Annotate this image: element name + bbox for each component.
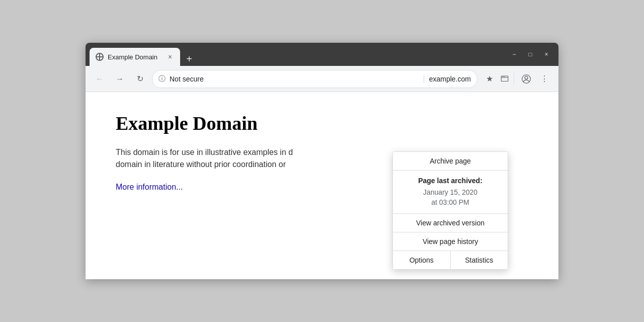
statistics-button[interactable]: Statistics xyxy=(451,251,508,269)
page-content: Example Domain This domain is for use in… xyxy=(86,92,558,279)
tab-favicon xyxy=(96,53,104,61)
page-body-text2: domain in literature without prior coord… xyxy=(116,158,397,171)
archive-date: January 15, 2020 at 03:00 PM xyxy=(401,188,500,207)
not-secure-label: Not secure xyxy=(170,75,419,83)
archive-popup: Archive page Page last archived: January… xyxy=(392,151,508,270)
nav-right-controls: ★ ⋮ xyxy=(481,71,552,87)
tab-title: Example Domain xyxy=(108,53,162,61)
more-info-link[interactable]: More information... xyxy=(116,183,183,192)
popup-info-section: Page last archived: January 15, 2020 at … xyxy=(393,171,508,214)
popup-bottom-row: Options Statistics xyxy=(393,251,508,269)
view-history-button[interactable]: View page history xyxy=(393,232,508,251)
active-tab[interactable]: Example Domain × xyxy=(90,48,180,66)
minimize-button[interactable]: − xyxy=(510,51,518,58)
tab-area: Example Domain × + xyxy=(90,43,510,66)
archive-time-text: at 03:00 PM xyxy=(431,198,469,206)
bookmark-button[interactable]: ★ xyxy=(481,71,498,87)
last-archived-label: Page last archived: xyxy=(401,177,500,185)
svg-point-6 xyxy=(525,76,528,79)
menu-button[interactable]: ⋮ xyxy=(536,71,552,87)
globe-icon xyxy=(96,53,104,61)
page-title: Example Domain xyxy=(116,112,528,134)
page-body-text: This domain is for use in illustrative e… xyxy=(116,146,397,158)
view-archived-button[interactable]: View archived version xyxy=(393,214,508,232)
page-body: This domain is for use in illustrative e… xyxy=(116,146,397,171)
nav-divider xyxy=(514,73,514,85)
back-button[interactable]: ← xyxy=(92,71,108,87)
reload-button[interactable]: ↻ xyxy=(132,71,148,87)
title-bar: Example Domain × + − □ × xyxy=(86,43,558,66)
tab-close-button[interactable]: × xyxy=(166,53,174,61)
address-separator: | xyxy=(423,74,425,84)
new-tab-button[interactable]: + xyxy=(182,52,196,66)
svg-point-4 xyxy=(504,76,505,77)
svg-point-3 xyxy=(503,76,504,77)
archive-page-button[interactable]: Archive page xyxy=(393,152,508,171)
close-window-button[interactable]: × xyxy=(542,51,550,58)
options-button[interactable]: Options xyxy=(393,251,451,269)
address-bar[interactable]: ⓘ Not secure | example.com xyxy=(152,70,477,88)
window-controls: − □ × xyxy=(510,51,554,58)
maximize-button[interactable]: □ xyxy=(526,51,534,58)
security-icon: ⓘ xyxy=(158,74,166,84)
url-display: example.com xyxy=(429,75,471,83)
forward-button[interactable]: → xyxy=(112,71,128,87)
wayback-button[interactable] xyxy=(500,74,510,84)
svg-point-2 xyxy=(502,76,503,77)
archive-date-text: January 15, 2020 xyxy=(423,188,477,196)
profile-button[interactable] xyxy=(518,71,534,87)
nav-bar: ← → ↻ ⓘ Not secure | example.com ★ xyxy=(86,66,558,92)
